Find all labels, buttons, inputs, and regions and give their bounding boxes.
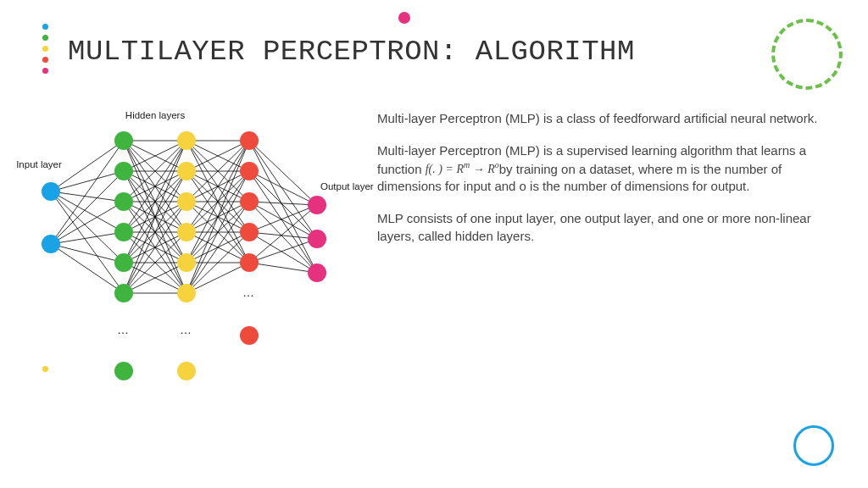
math-f: f(. ) = R (426, 163, 464, 175)
svg-line-6 (51, 141, 124, 244)
svg-line-86 (249, 202, 317, 273)
hidden2-node (177, 192, 196, 211)
svg-line-79 (249, 141, 317, 239)
hidden1-node (114, 284, 133, 302)
paragraph-2: Multi-layer Perceptron (MLP) is a superv… (377, 142, 826, 195)
svg-line-82 (249, 171, 317, 239)
hidden2-node (177, 362, 196, 380)
layer-label: Hidden layers (125, 110, 186, 120)
svg-line-91 (249, 239, 317, 263)
svg-line-84 (249, 202, 317, 205)
body-text: Multi-layer Perceptron (MLP) is a class … (377, 110, 826, 260)
decorative-dot (42, 46, 48, 52)
layer-label: Input layer (16, 159, 62, 169)
decorative-dot (42, 24, 48, 30)
svg-line-0 (51, 141, 124, 191)
decorative-dot-column (42, 24, 48, 74)
layer-label: Output layer (320, 181, 374, 191)
mlp-svg: ………Input layerHidden layersOutput layer (15, 108, 371, 396)
decorative-dot (42, 68, 48, 74)
svg-line-1 (51, 171, 124, 191)
svg-line-2 (51, 191, 124, 202)
hidden3-node (240, 253, 259, 272)
hidden1-node (114, 192, 133, 211)
decorative-dot (42, 57, 48, 63)
svg-line-81 (249, 171, 317, 205)
math-expression: f(. ) = Rm → Ro (426, 163, 499, 175)
output-node (308, 263, 326, 282)
page-title: MULTILAYER PERCEPTRON: ALGORITHM (68, 36, 635, 68)
hidden2-node (177, 223, 196, 241)
svg-line-4 (51, 191, 124, 263)
svg-line-7 (51, 171, 124, 244)
accent-dot-pink (398, 12, 410, 24)
dashed-circle-icon (771, 19, 843, 90)
hidden3-node (240, 326, 259, 345)
input-node (42, 235, 60, 253)
hidden2-node (177, 162, 196, 180)
hidden3-node (240, 223, 259, 241)
hidden2-node (177, 253, 196, 272)
hidden1-node (114, 162, 133, 180)
hidden1-node (114, 362, 133, 380)
hidden3-node (240, 131, 259, 150)
svg-line-75 (186, 202, 249, 293)
svg-line-77 (186, 263, 249, 293)
hidden2-node (177, 131, 196, 150)
ring-icon (793, 425, 834, 466)
hidden3-node (240, 192, 259, 211)
svg-line-10 (51, 244, 124, 263)
svg-line-90 (249, 205, 317, 263)
svg-line-80 (249, 141, 317, 273)
svg-line-3 (51, 191, 124, 232)
mlp-diagram: ………Input layerHidden layersOutput layer (15, 108, 371, 396)
hidden1-node (114, 131, 133, 150)
paragraph-3: MLP consists of one input layer, one out… (377, 210, 826, 245)
svg-line-87 (249, 205, 317, 232)
hidden2-node (177, 284, 196, 302)
ellipsis-icon: … (117, 323, 131, 336)
svg-line-83 (249, 171, 317, 273)
hidden1-node (114, 223, 133, 241)
output-node (308, 196, 326, 214)
ellipsis-icon: … (180, 323, 193, 336)
slide: MULTILAYER PERCEPTRON: ALGORITHM Multi-l… (0, 0, 868, 488)
paragraph-1: Multi-layer Perceptron (MLP) is a class … (377, 110, 826, 127)
hidden1-node (114, 253, 133, 272)
svg-line-11 (51, 244, 124, 293)
svg-line-73 (186, 141, 249, 293)
output-node (308, 230, 326, 248)
hidden3-node (240, 162, 259, 180)
input-node (42, 182, 60, 201)
svg-line-78 (249, 141, 317, 205)
ellipsis-icon: … (242, 286, 256, 299)
svg-line-92 (249, 263, 317, 273)
decorative-dot (42, 35, 48, 41)
diagram-nodes (42, 131, 326, 380)
math-arrow: → R (470, 163, 495, 175)
